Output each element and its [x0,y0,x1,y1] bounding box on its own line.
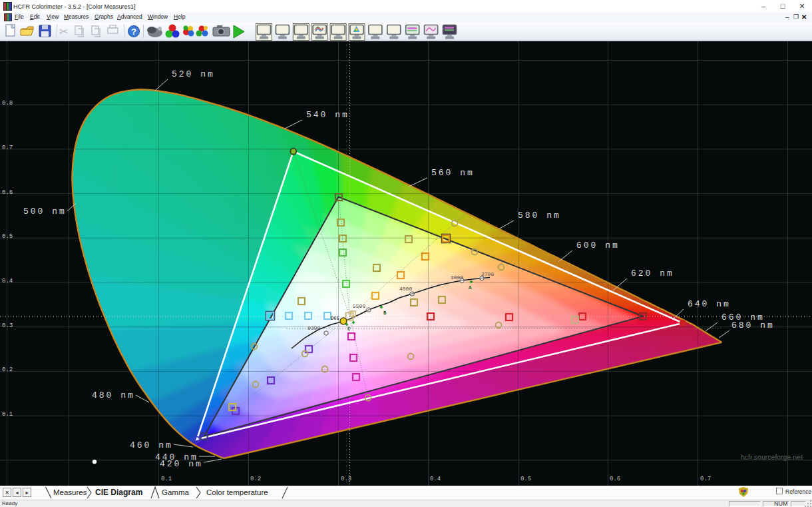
svg-text:0.3: 0.3 [2,322,13,329]
svg-text:0.6: 0.6 [610,476,620,482]
svg-text:4000: 4000 [399,286,412,292]
svg-text:0.2: 0.2 [2,366,13,373]
svg-text:540 nm: 540 nm [306,110,349,120]
svg-text:0.5: 0.5 [520,476,531,482]
svg-text:460 nm: 460 nm [130,440,173,450]
svg-text:0.3: 0.3 [341,476,351,482]
svg-text:560 nm: 560 nm [431,168,475,178]
svg-text:420 nm: 420 nm [160,459,203,469]
svg-text:2700: 2700 [481,271,494,277]
svg-text:680 nm: 680 nm [731,320,775,330]
svg-text:480 nm: 480 nm [92,390,135,400]
svg-text:640 nm: 640 nm [688,299,731,309]
svg-text:600 nm: 600 nm [576,241,620,251]
svg-text:5500: 5500 [353,303,365,309]
svg-text:✂: ✂ [59,26,68,37]
svg-text:580 nm: 580 nm [518,211,561,221]
svg-text:0.5: 0.5 [2,233,13,240]
svg-text:0.6: 0.6 [2,189,13,196]
svg-text:0.7: 0.7 [2,145,13,151]
svg-text:9300: 9300 [307,325,320,331]
svg-text:0.4: 0.4 [2,278,13,284]
svg-text:0.2: 0.2 [250,476,261,482]
svg-text:0.8: 0.8 [2,100,13,107]
svg-text:0.1: 0.1 [161,476,172,482]
svg-text:520 nm: 520 nm [172,69,215,79]
svg-text:hcfr.sourceforge.net: hcfr.sourceforge.net [741,453,803,461]
svg-text:0.4: 0.4 [430,476,441,482]
svg-text:620 nm: 620 nm [631,268,674,278]
svg-text:0.7: 0.7 [700,476,711,482]
svg-text:0.1: 0.1 [2,411,13,418]
svg-text:D65: D65 [331,316,339,321]
svg-text:C: C [347,326,351,332]
svg-text:B: B [383,310,387,316]
svg-text:?: ? [131,27,136,37]
svg-text:3000: 3000 [451,274,463,280]
svg-text:500 nm: 500 nm [23,207,67,217]
svg-text:A: A [469,285,472,290]
